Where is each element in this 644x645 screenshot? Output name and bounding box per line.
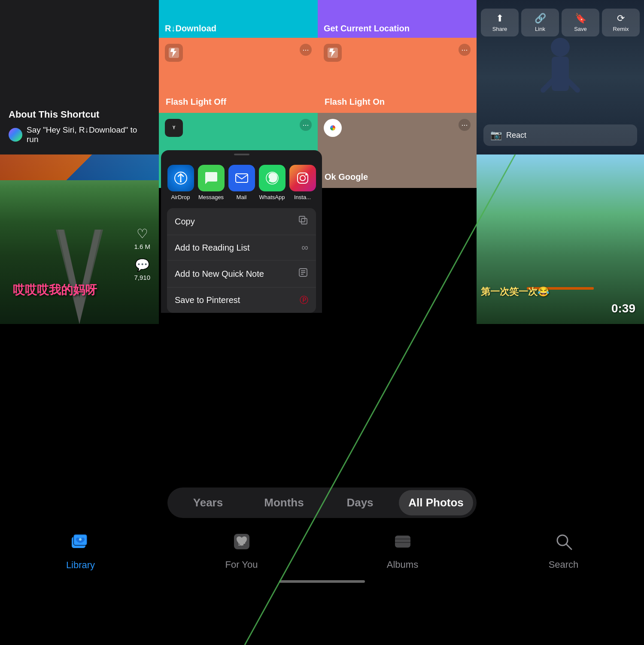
yale-app-icon: Y [165,119,183,137]
card-flash-off-label: Flash Light Off [166,97,311,107]
react-label: React [506,131,526,140]
mail-label: Mail [237,194,247,200]
quick-note-icon [298,267,308,280]
card-flash-off[interactable]: ··· Flash Light Off [159,38,318,113]
link-button[interactable]: 🔗 Link [521,9,559,36]
instagram-icon [289,165,316,191]
svg-point-13 [305,174,307,176]
comment-icon: 💬 [135,258,150,272]
filter-all-photos[interactable]: All Photos [399,490,473,515]
share-app-mail[interactable]: Mail [226,163,257,202]
pinterest-icon: Ⓟ [300,294,308,306]
for-you-label: For You [225,559,258,570]
about-title: About This Shortcut [9,109,150,120]
flash-on-more[interactable]: ··· [459,44,471,56]
share-app-whatsapp[interactable]: WhatsApp [257,163,287,202]
quick-note-label: Add to New Quick Note [175,269,264,279]
svg-point-3 [551,38,570,57]
link-icon: 🔗 [535,13,546,24]
adventure-timer: 0:39 [611,302,635,315]
tab-search[interactable]: Search [483,531,644,570]
share-sheet-handle [234,154,249,155]
albums-label: Albums [387,559,418,570]
about-siri-row: Say "Hey Siri, R↓Download" to run [9,125,150,144]
quick-note-action[interactable]: Add to New Quick Note [167,260,316,288]
whatsapp-icon [259,165,286,191]
share-sheet: AirDrop Messages Mail WhatsApp [161,150,322,313]
reading-list-icon: ∞ [301,242,308,253]
messages-icon [198,165,225,191]
save-button[interactable]: 🔖 Save [562,9,599,36]
tab-library[interactable]: Library [0,531,161,571]
share-icon: ⬆ [496,13,504,24]
link-label: Link [535,26,545,32]
like-count: 1.6 M [134,243,150,250]
share-app-instagram[interactable]: Insta... [287,163,318,202]
road-photo-text: 哎哎哎我的妈呀 [13,282,97,298]
adventure-photo: 0:39 第一次笑一次😂 [477,154,644,324]
time-filter: Years Months Days All Photos [167,488,477,518]
right-panel: ⬆ Share 🔗 Link 🔖 Save ⟳ Remix 📷 React [477,0,644,154]
ok-google-more[interactable]: ··· [459,119,471,131]
siri-icon [9,128,22,142]
pinterest-action[interactable]: Save to Pinterest Ⓟ [167,288,316,313]
road-photo-stats: ♡ 1.6 M 💬 7,910 [134,226,150,281]
card-ok-google[interactable]: ··· Ok Google [318,113,477,188]
react-row[interactable]: 📷 React [483,124,637,146]
card-flash-on-label: Flash Light On [325,97,470,107]
svg-rect-27 [395,536,410,548]
svg-rect-14 [301,218,307,224]
pinterest-label: Save to Pinterest [175,295,240,305]
card-flash-on[interactable]: ··· Flash Light On [318,38,477,113]
tab-bar: Library For You Albums Search [0,531,644,571]
heart-icon: ♡ [137,226,148,241]
airdrop-label: AirDrop [171,194,190,200]
card-r-download-label: R↓Download [165,24,312,33]
save-label: Save [574,26,587,32]
card-get-location-label: Get Current Location [324,23,471,33]
home-indicator [279,580,365,583]
library-label: Library [66,560,95,571]
reading-list-action[interactable]: Add to Reading List ∞ [167,235,316,260]
svg-point-8 [180,181,182,182]
flash-on-app-icon [324,44,342,62]
share-app-airdrop[interactable]: AirDrop [165,163,196,202]
search-label: Search [549,559,579,570]
for-you-icon [231,531,252,556]
svg-rect-15 [299,216,305,222]
copy-action[interactable]: Copy [167,208,316,235]
whatsapp-label: WhatsApp [259,194,285,200]
road-photo: 哎哎哎我的妈呀 ♡ 1.6 M 💬 7,910 [0,154,159,324]
save-icon: 🔖 [575,13,586,24]
copy-label: Copy [175,217,195,227]
remix-icon: ⟳ [617,13,625,24]
messages-label: Messages [198,194,224,200]
filter-months[interactable]: Months [247,490,321,515]
remix-label: Remix [613,26,629,32]
mail-icon [228,165,255,191]
svg-rect-9 [236,174,248,182]
search-icon [553,531,574,556]
filter-days[interactable]: Days [323,490,397,515]
svg-line-31 [566,544,571,549]
reading-list-label: Add to Reading List [175,243,250,253]
svg-point-12 [300,176,305,181]
google-app-icon [324,119,342,137]
bottom-section: Years Months Days All Photos Library For… [0,475,644,645]
about-siri-text: Say "Hey Siri, R↓Download" to run [27,125,150,144]
share-app-messages[interactable]: Messages [196,163,226,202]
remix-button[interactable]: ⟳ Remix [602,9,640,36]
launch-yale-more[interactable]: ··· [300,119,312,131]
card-get-location[interactable]: Get Current Location [318,0,477,38]
share-button[interactable]: ⬆ Share [481,9,519,36]
flash-off-app-icon [165,44,183,62]
react-camera-icon: 📷 [490,130,502,141]
tab-for-you[interactable]: For You [161,531,322,570]
adventure-text: 第一次笑一次😂 [481,285,549,298]
card-r-download[interactable]: R↓Download [159,0,318,38]
flash-off-more[interactable]: ··· [300,44,312,56]
tab-albums[interactable]: Albums [322,531,483,570]
filter-years[interactable]: Years [171,490,245,515]
svg-point-23 [79,538,82,541]
library-icon [70,531,91,556]
